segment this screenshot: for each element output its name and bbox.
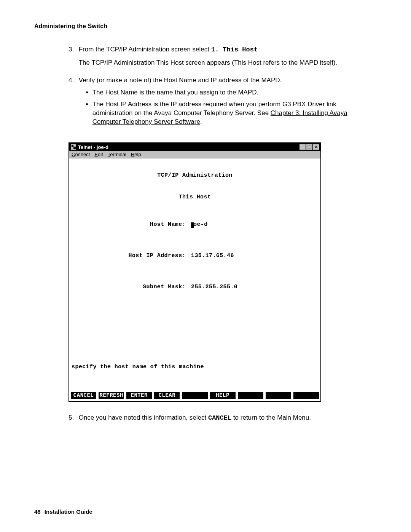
- fkey-refresh[interactable]: REFRESH: [99, 392, 124, 399]
- step3-text: From the TCP/IP Administration screen se…: [79, 46, 211, 53]
- menu-bar: Connect Edit Terminal Help: [69, 151, 320, 158]
- row-hostname: Host Name:oe-d: [72, 220, 318, 229]
- step5-pre: Once you have noted this information, se…: [79, 414, 208, 421]
- screen-subtitle: This Host: [72, 193, 318, 201]
- document-page: Administering the Switch 3. From the TCP…: [0, 0, 411, 532]
- book-title: Installation Guide: [45, 508, 92, 515]
- telnet-window: Telnet - joe-d _ ❐ × Connect Edit Termin…: [68, 142, 321, 402]
- mask-value[interactable]: 255.255.255.0: [191, 283, 318, 291]
- window-titlebar: Telnet - joe-d _ ❐ ×: [69, 143, 320, 151]
- step4-bullets: The Host Name is the name that you assig…: [79, 88, 369, 126]
- terminal-area: TCP/IP Administration This Host Host Nam…: [69, 158, 320, 391]
- bullet-hostip-post: .: [200, 118, 202, 125]
- bullet-hostname: The Host Name is the name that you assig…: [92, 88, 369, 97]
- row-mask: Subnet Mask:255.255.255.0: [72, 283, 318, 291]
- prompt-line: specify the host name of this machine: [72, 363, 318, 371]
- fkey-enter[interactable]: ENTER: [126, 392, 152, 399]
- fkey-cancel[interactable]: CANCEL: [71, 392, 96, 399]
- step-number: 5.: [68, 413, 77, 422]
- menu-terminal[interactable]: Terminal: [108, 152, 126, 157]
- menu-connect[interactable]: Connect: [72, 152, 90, 157]
- app-icon: [71, 144, 76, 150]
- step3-code: 1. This Host: [211, 46, 258, 53]
- menu-edit[interactable]: Edit: [94, 152, 103, 157]
- page-footer: 48 Installation Guide: [34, 508, 92, 515]
- close-button[interactable]: ×: [313, 144, 320, 150]
- step-body: From the TCP/IP Administration screen se…: [79, 45, 369, 71]
- ip-label: Host IP Address:: [72, 251, 191, 260]
- step5-post: to return to the Main Menu.: [231, 414, 311, 421]
- step3-para2: The TCP/IP Administration This Host scre…: [79, 58, 369, 67]
- section-header: Administering the Switch: [34, 23, 377, 30]
- hostname-value[interactable]: oe-d: [193, 221, 208, 228]
- fkey-bar: CANCEL REFRESH ENTER CLEAR HELP: [69, 391, 320, 401]
- window-controls: _ ❐ ×: [299, 144, 320, 150]
- hostname-label: Host Name:: [72, 220, 191, 229]
- row-ip: Host IP Address:135.17.65.46: [72, 251, 318, 260]
- step-body: Once you have noted this information, se…: [79, 413, 369, 423]
- restore-button[interactable]: ❐: [306, 144, 313, 150]
- step4-text: Verify (or make a note of) the Host Name…: [79, 76, 369, 85]
- step-body: Verify (or make a note of) the Host Name…: [79, 76, 369, 131]
- step-number: 3.: [68, 45, 77, 54]
- fkey-blank2[interactable]: [238, 392, 263, 399]
- step-4: 4. Verify (or make a note of) the Host N…: [68, 76, 369, 131]
- fkey-help[interactable]: HELP: [210, 392, 236, 399]
- fkey-blank3[interactable]: [266, 392, 291, 399]
- step5-code: CANCEL: [208, 414, 231, 422]
- step-3: 3. From the TCP/IP Administration screen…: [68, 45, 369, 71]
- step-5: 5. Once you have noted this information,…: [68, 413, 369, 423]
- fkey-clear[interactable]: CLEAR: [154, 392, 180, 399]
- window-title: Telnet - joe-d: [78, 144, 108, 150]
- instructions-block-after: 5. Once you have noted this information,…: [68, 413, 369, 423]
- screen-title: TCP/IP Administration: [72, 171, 318, 180]
- step-number: 4.: [68, 76, 77, 85]
- instructions-block: 3. From the TCP/IP Administration screen…: [68, 45, 369, 131]
- fkey-blank4[interactable]: [293, 392, 319, 399]
- mask-label: Subnet Mask:: [72, 283, 191, 291]
- menu-help[interactable]: Help: [131, 152, 141, 157]
- fkey-blank1[interactable]: [182, 392, 207, 399]
- page-number: 48: [34, 508, 41, 515]
- bullet-hostip: The Host IP Address is the IP address re…: [92, 100, 369, 126]
- ip-value[interactable]: 135.17.65.46: [191, 251, 318, 260]
- minimize-button[interactable]: _: [299, 144, 306, 150]
